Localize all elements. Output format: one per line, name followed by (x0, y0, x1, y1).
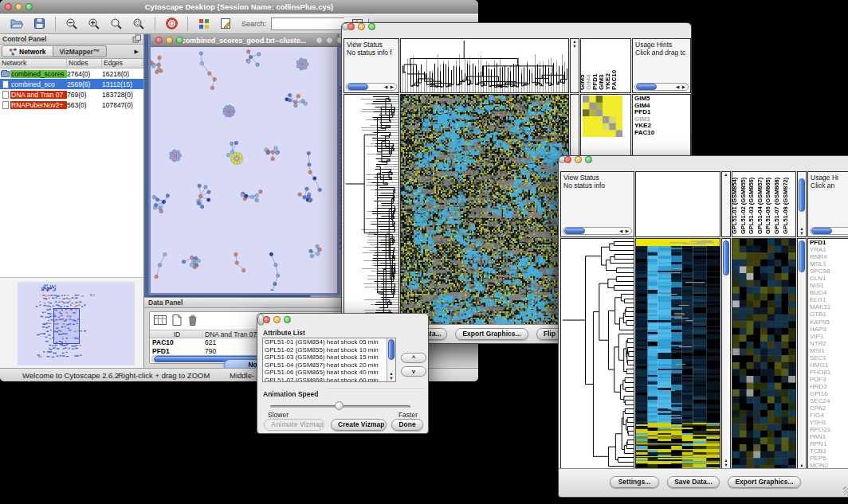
zoom-window-icon[interactable] (284, 316, 291, 323)
scroll-thumb[interactable] (723, 240, 729, 275)
close-icon[interactable] (347, 23, 355, 30)
close-icon[interactable] (316, 37, 323, 44)
annotation-button[interactable] (218, 16, 235, 32)
gene-label[interactable]: YSH1 (808, 419, 848, 426)
gene-label[interactable]: PFD1 (808, 239, 848, 246)
minimize-icon[interactable] (326, 37, 333, 44)
tv1-status-hscrollbar[interactable]: ◀ ▶ (346, 83, 397, 91)
tv2-status-hscrollbar[interactable]: ◀ ▶ (563, 227, 632, 235)
tv1-column-dendrogram[interactable] (400, 38, 569, 93)
open-file-button[interactable] (8, 16, 26, 32)
zoom-selected-button[interactable] (130, 16, 147, 32)
network-row[interactable]: DNA and Tran 07769(0)183728(0) (0, 89, 143, 100)
gene-label[interactable]: PAN1 (808, 433, 848, 440)
network-row[interactable]: combined_scores2764(0)16218(0) (0, 68, 143, 79)
tab-network[interactable]: Network (2, 45, 53, 57)
attribute-item[interactable]: GPL51-07 (GSM868) heat shock 60 min (263, 377, 395, 382)
tv1-titlebar[interactable]: ClusterMaker TreeView : DNA and Tran 07-… (342, 23, 349, 30)
gene-label[interactable]: KAP95 (808, 318, 848, 326)
minimize-icon[interactable] (15, 3, 22, 10)
gene-label[interactable]: NTR2 (808, 340, 848, 347)
gene-label[interactable]: SEC1 (808, 354, 848, 361)
column-label[interactable]: GPL51-08 (GSM872) (782, 178, 789, 234)
network-titlebar[interactable]: combined_scores_good.txt--cluste... (151, 34, 337, 47)
vizmapper-icon-button[interactable] (195, 16, 213, 32)
tv2-column-dendrogram[interactable] (635, 171, 720, 237)
attribute-list[interactable]: GPL51-01 (GSM854) heat shock 05 minGPL51… (262, 338, 396, 382)
tv2-heatmap-vscrollbar[interactable]: ▲▼ (721, 238, 731, 469)
attribute-item[interactable]: GPL51-03 (GSM856) heat shock 15 min (263, 354, 395, 361)
dialog-titlebar[interactable]: Map Colors to Network (257, 314, 265, 326)
window-controls[interactable] (5, 3, 33, 10)
tv1-row-dendrogram[interactable] (344, 94, 399, 325)
column-label[interactable]: GPL51-06 (GSM865) (764, 178, 771, 234)
create-attribute-icon[interactable] (171, 314, 183, 330)
delete-attribute-icon[interactable] (186, 314, 198, 330)
save-data-button[interactable]: Save Data... (667, 476, 720, 488)
zoom-window-icon[interactable] (368, 23, 375, 30)
tv2-heatmap[interactable] (635, 238, 720, 469)
move-down-button[interactable]: v (401, 366, 426, 377)
gene-label[interactable]: TCB3 (808, 447, 848, 455)
tv2-row-dendrogram[interactable] (560, 238, 634, 469)
tv2-zoom-heatmap[interactable] (732, 238, 796, 469)
network-overview-canvas[interactable] (18, 282, 135, 365)
gene-label[interactable]: YRA1 (808, 246, 848, 253)
attribute-item[interactable]: GPL51-01 (GSM854) heat shock 05 min (263, 338, 395, 346)
scroll-thumb[interactable] (799, 240, 805, 272)
close-icon[interactable] (5, 3, 12, 10)
gene-label[interactable]: PHO81 (808, 369, 848, 376)
network-view-canvas[interactable] (151, 47, 337, 291)
done-button[interactable]: Done (391, 419, 423, 431)
scroll-thumb[interactable] (388, 339, 395, 360)
minimize-icon[interactable] (575, 156, 582, 163)
minimize-icon[interactable] (358, 23, 365, 30)
minimize-icon[interactable] (166, 37, 173, 44)
zoom-window-icon[interactable] (26, 3, 33, 10)
similarity-matrix[interactable] (583, 96, 622, 137)
gene-label[interactable]: SPC98 (808, 268, 848, 275)
gene-label[interactable]: GTB1 (808, 311, 848, 318)
export-graphics-button[interactable]: Export Graphics... (728, 476, 801, 488)
network-row[interactable]: combined_sco2569(6)13112(15) (0, 79, 143, 89)
gene-label[interactable]: RNR4 (808, 253, 848, 260)
close-icon[interactable] (155, 37, 163, 44)
tab-vizmapper[interactable]: VizMapper™ (53, 45, 108, 57)
settings-button[interactable]: Settings... (610, 476, 659, 488)
column-label[interactable]: GPL51-02 (GSM855) (740, 178, 747, 234)
col-network[interactable]: Network (0, 59, 67, 68)
tv2-collabel-vscrollbar[interactable]: ▲▼ (797, 171, 807, 237)
scroll-arrow-icon[interactable]: ▲ (722, 172, 730, 177)
float-panel-icon[interactable] (132, 34, 141, 45)
save-button[interactable] (30, 16, 48, 32)
scroll-arrows-icon[interactable]: ▲▼ (798, 226, 806, 236)
tv2-zoom-vscrollbar[interactable]: ▲ (797, 238, 807, 469)
scroll-arrows-icon[interactable]: ◀ ▶ (384, 83, 396, 91)
window-network-view[interactable]: combined_scores_good.txt--cluste... (148, 34, 340, 295)
column-label[interactable]: GPL51-03 (GSM856) (748, 178, 755, 234)
gene-label[interactable]: NIS1 (808, 282, 848, 289)
attribute-list-vscrollbar[interactable]: ▲▼ (387, 338, 395, 381)
gene-label[interactable]: RPO21 (808, 426, 848, 433)
zoom-in-button[interactable] (85, 16, 103, 32)
column-label[interactable]: PAC10 (610, 70, 618, 90)
move-up-button[interactable]: ^ (401, 353, 426, 363)
close-icon[interactable] (263, 316, 270, 323)
create-vizmap-button[interactable]: Create Vizmap (331, 419, 387, 431)
gene-label[interactable]: GPI16 (808, 390, 848, 397)
col-edges[interactable]: Edges (102, 59, 143, 68)
column-label[interactable]: GPL51-07 (GSM868) (773, 178, 780, 234)
help-icon[interactable] (163, 16, 180, 32)
export-graphics-button[interactable]: Export Graphics... (455, 328, 528, 340)
attribute-item[interactable]: GPL51-02 (GSM855) heat shock 10 min (263, 346, 395, 354)
resize-grip[interactable] (843, 486, 848, 495)
gene-label[interactable]: MAK31 (808, 303, 848, 311)
scroll-arrows-icon[interactable]: ▲▼ (722, 458, 730, 467)
gene-label[interactable]: SEC24 (808, 397, 848, 404)
main-titlebar[interactable]: Cytoscape Desktop (Session Name: collins… (0, 0, 478, 14)
gene-label[interactable]: BUD4 (808, 289, 848, 296)
gene-label[interactable]: VIP1 (808, 333, 848, 340)
gene-label[interactable]: HMG1 (808, 361, 848, 369)
gene-label[interactable]: PEP5 (808, 455, 848, 462)
col-nodes[interactable]: Nodes (67, 59, 102, 68)
